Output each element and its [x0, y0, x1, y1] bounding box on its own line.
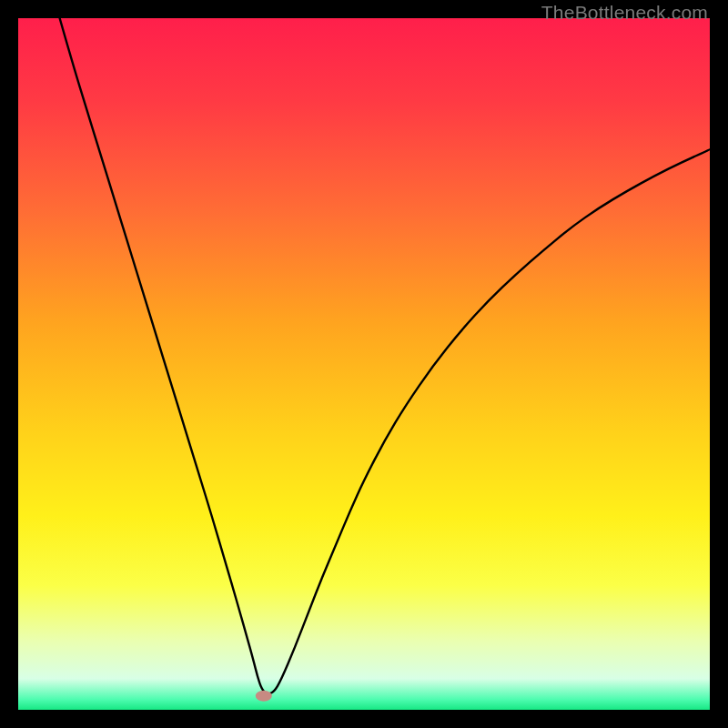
chart-frame [18, 18, 710, 710]
gradient-background [18, 18, 710, 710]
bottleneck-chart [18, 18, 710, 710]
watermark-text: TheBottleneck.com [541, 2, 708, 24]
optimal-point-marker [256, 691, 272, 702]
